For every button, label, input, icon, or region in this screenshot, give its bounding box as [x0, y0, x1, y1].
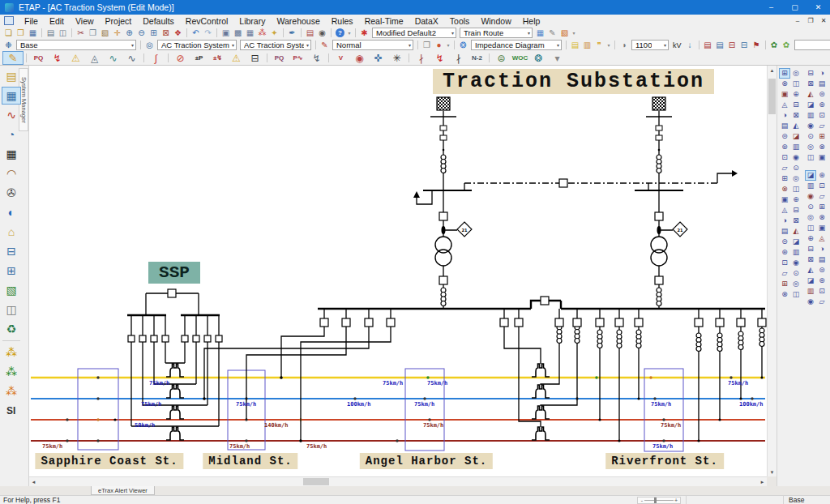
mdi-document-icon[interactable] — [4, 16, 14, 25]
image-icon[interactable]: ▣ — [220, 28, 232, 38]
menu-real-time[interactable]: Real-Time — [359, 15, 409, 27]
cable-systems-icon[interactable]: ∿ — [2, 106, 21, 124]
element-icon[interactable]: ◫ — [805, 152, 816, 163]
element-icon[interactable]: ◎ — [790, 68, 802, 79]
cut-icon[interactable]: ✂ — [75, 28, 87, 38]
element-icon[interactable]: ▱ — [779, 163, 790, 173]
open-icon[interactable]: ❒ — [15, 28, 27, 38]
scenario-icon[interactable]: ⊜ — [492, 52, 511, 65]
help-icon[interactable]: ? — [336, 28, 344, 37]
element-icon[interactable]: ⊞ — [779, 279, 790, 289]
element-icon[interactable]: ▤ — [816, 254, 828, 265]
harmonic-load-flow-icon[interactable]: P∿ — [289, 52, 307, 65]
element-icon[interactable]: ⊟ — [805, 244, 816, 254]
pointer-icon[interactable]: ⊞ — [779, 68, 790, 79]
oneline-canvas[interactable]: 21 21 — [29, 66, 767, 476]
edit-mode-button[interactable]: ✎ — [2, 51, 24, 65]
single-phase-sc-icon[interactable]: ±↯ — [208, 52, 227, 65]
scroll-right-icon[interactable]: ► — [758, 477, 767, 486]
vertical-scroll-thumb[interactable] — [768, 79, 776, 114]
menu-help[interactable]: Help — [517, 15, 546, 27]
element-icon[interactable]: ◉ — [805, 121, 816, 131]
print-icon[interactable]: ▤ — [45, 28, 57, 38]
element-icon[interactable]: ⊠ — [790, 216, 802, 226]
tie-breaker-icon[interactable] — [559, 179, 567, 187]
schedule-icon[interactable]: ▤ — [304, 28, 316, 38]
element-icon[interactable]: ◪ — [805, 100, 816, 110]
element-icon[interactable]: ⊛ — [779, 142, 790, 152]
transient-stability-icon[interactable]: ∿ — [122, 52, 141, 65]
menu-revcontrol[interactable]: RevControl — [180, 15, 234, 27]
track-node[interactable] — [649, 376, 652, 378]
track-node[interactable] — [96, 376, 99, 378]
config-combo[interactable]: Base▾ — [16, 40, 136, 50]
vertical-scrollbar[interactable]: ▲ ▼ — [767, 66, 777, 476]
unbalanced-icon[interactable]: ⊘ — [171, 52, 190, 65]
track-node[interactable] — [428, 418, 430, 421]
element-icon[interactable]: ⊕ — [790, 89, 802, 100]
chevron-down-icon[interactable]: ▾ — [554, 42, 559, 48]
menu-tools[interactable]: Tools — [444, 15, 476, 27]
track-node[interactable] — [353, 397, 356, 399]
dc-systems-2-icon[interactable]: ⊞ — [2, 262, 21, 280]
star-protection-icon[interactable]: ∫ — [147, 52, 165, 65]
element-icon[interactable]: ⊙ — [790, 268, 802, 279]
more-6-icon[interactable]: ▾ — [548, 52, 567, 65]
redo-icon[interactable]: ↷ — [202, 28, 214, 38]
menu-defaults[interactable]: Defaults — [137, 15, 180, 27]
element-icon[interactable]: ▱ — [816, 121, 828, 131]
element-icon[interactable]: ◪ — [805, 275, 816, 286]
access-icon[interactable]: ⁂ — [256, 28, 268, 38]
bus-tie-breaker-icon[interactable] — [541, 297, 549, 305]
element-icon[interactable]: ⊠ — [805, 79, 816, 89]
woc-icon[interactable]: WOC — [511, 52, 529, 65]
apply-voltage-icon[interactable]: ↓ — [684, 40, 696, 50]
station-region[interactable] — [78, 369, 118, 450]
element-icon[interactable]: ◎ — [790, 173, 802, 184]
track-feed-icon[interactable] — [532, 364, 550, 377]
element-icon[interactable]: ⊗ — [816, 142, 828, 152]
utility-grid-icon[interactable] — [652, 97, 665, 110]
element-icon[interactable]: ⊡ — [816, 286, 828, 297]
menu-edit[interactable]: Edit — [44, 15, 70, 27]
element-icon[interactable]: ▥ — [805, 181, 816, 191]
sync-4-icon[interactable]: ⊟ — [738, 40, 751, 50]
horizontal-scrollbar[interactable]: ◄ ► — [29, 476, 767, 486]
element-icon[interactable]: ◭ — [790, 121, 802, 131]
element-icon[interactable]: ◫ — [790, 184, 802, 194]
track-feed-icon[interactable] — [166, 364, 184, 377]
element-icon[interactable]: ◑ — [779, 110, 790, 121]
star-systems-icon[interactable]: ◔ — [2, 126, 21, 143]
element-icon[interactable]: ⊜ — [816, 265, 828, 275]
element-icon[interactable]: ⊙ — [805, 202, 816, 212]
element-icon[interactable]: ◫ — [790, 289, 802, 300]
more-1-icon[interactable]: ▾ — [346, 28, 353, 38]
element-icon[interactable]: ◬ — [779, 205, 790, 216]
element-icon[interactable]: ◑ — [816, 244, 828, 254]
element-icon[interactable]: ▥ — [790, 142, 802, 152]
panel-systems-icon[interactable]: ⌂ — [2, 223, 21, 241]
track-node[interactable] — [595, 376, 597, 378]
presentation-combo[interactable]: AC Traction System▾ — [240, 40, 311, 50]
element-icon[interactable]: ⊗ — [816, 212, 828, 223]
undo-icon[interactable]: ↶ — [190, 28, 202, 38]
mdi-restore-button[interactable]: ❐ — [804, 17, 817, 24]
scenario-combo[interactable]: ▾ — [794, 40, 830, 50]
print-preview-icon[interactable]: ◫ — [57, 28, 69, 38]
diagram-icon[interactable]: ❂ — [457, 40, 469, 50]
image-alt-icon[interactable]: ▩ — [232, 28, 244, 38]
sync-check-icon[interactable]: ✜ — [369, 52, 387, 65]
transformer-icon[interactable] — [435, 237, 451, 253]
zoom-in-icon[interactable]: ⊕ — [123, 28, 135, 38]
project-view-icon[interactable]: ▤ — [2, 67, 21, 85]
zoom-slider[interactable]: - + — [637, 497, 681, 504]
chevron-down-icon[interactable]: ▾ — [229, 42, 234, 48]
menu-window[interactable]: Window — [475, 15, 516, 27]
chevron-down-icon[interactable]: ▾ — [304, 42, 309, 48]
sync-3-icon[interactable]: ⊟ — [726, 40, 738, 50]
chevron-down-icon[interactable]: ▾ — [129, 42, 134, 48]
menu-rules[interactable]: Rules — [326, 15, 359, 27]
element-icon[interactable]: ⊞ — [779, 173, 790, 184]
element-icon[interactable]: ⊜ — [779, 131, 790, 142]
element-icon[interactable]: ▤ — [816, 79, 828, 89]
